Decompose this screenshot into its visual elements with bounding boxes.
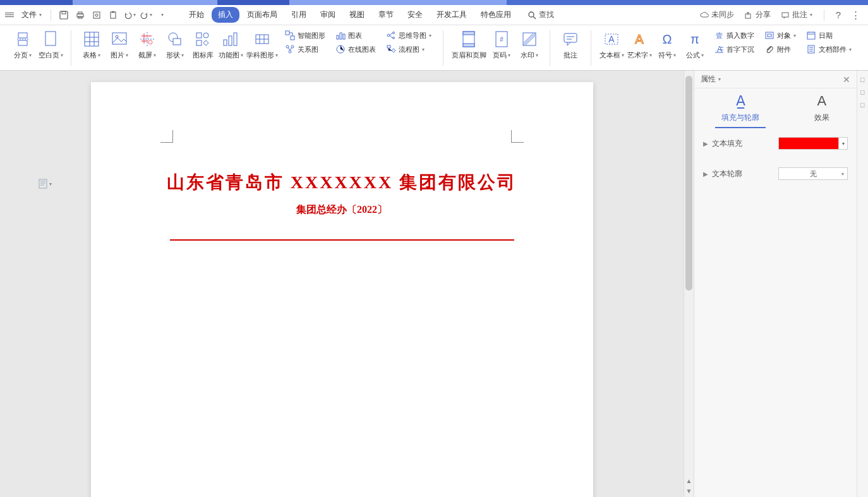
headerfooter-button[interactable]: 页眉和页脚 [450,28,488,63]
panel-tab-effect[interactable]: A 效果 [808,93,836,128]
text-fill-label: 文本填充 [712,138,778,149]
redo-icon[interactable]: ▾ [140,9,152,21]
scroll-up-icon[interactable]: ▲ [684,477,694,484]
comment-icon [562,30,579,48]
table-icon [83,30,100,48]
paragraph-tool-icon[interactable]: ▾ [38,178,52,189]
chart-button[interactable]: 图表 [333,29,378,42]
tab-insert[interactable]: 插入 [212,7,239,23]
svg-rect-40 [291,36,294,40]
text-outline-row[interactable]: ▶ 文本轮廓 无 [703,167,848,180]
menu-icon[interactable] [5,13,14,17]
properties-panel: 属性▾ ✕ A̲ 填充与轮廓 A 效果 ▶ 文本填充 ▾ ▶ 文本轮廓 [694,71,857,497]
svg-point-6 [95,14,98,16]
svg-rect-53 [463,32,474,35]
smartart-button[interactable]: 智能图形 [282,29,328,42]
onlinechart-button[interactable]: 在线图表 [333,43,378,56]
document-area[interactable]: ▾ 山东省青岛市 XXXXXXX 集团有限公司 集团总经办〔2022〕 [0,71,684,497]
scroll-down-icon[interactable]: ▼ [684,488,694,494]
blank-page-button[interactable]: 空白页▾ [37,28,64,63]
print-preview-icon[interactable] [90,9,103,21]
shapes-button[interactable]: 形状▾ [161,28,189,63]
scrollbar-thumb[interactable] [685,76,692,290]
subjectfig-icon [253,30,271,48]
page-break-button[interactable]: 分页▾ [9,28,37,63]
docparts-button[interactable]: 文档部件▾ [804,43,854,56]
functionfig-icon [222,30,239,48]
document-title[interactable]: 山东省青岛市 XXXXXXX 集团有限公司 [135,171,549,195]
flowchart-button[interactable]: 流程图▾ [383,43,434,56]
equation-button[interactable]: π 公式▾ [681,28,709,63]
insertnum-button[interactable]: 壹插入数字 [711,29,757,42]
tab-review[interactable]: 审阅 [314,7,342,23]
svg-text:壹: 壹 [716,32,723,39]
screenshot-button[interactable]: 截屏▾ [133,28,161,63]
textbox-button[interactable]: A 文本框▾ [598,28,625,63]
outline-select[interactable]: 无 [778,167,848,180]
panel-tab-fill[interactable]: A̲ 填充与轮廓 [715,93,766,128]
svg-rect-1 [62,11,66,14]
fill-color-dropdown[interactable]: ▾ [839,137,848,150]
date-button[interactable]: 日期 [804,29,854,42]
functionfig-button[interactable]: 功能图▾ [217,28,244,63]
help-button[interactable]: ? [833,9,843,20]
dropcap-icon: A [714,44,724,54]
tab-special[interactable]: 特色应用 [474,7,517,23]
file-menu[interactable]: 文件▾ [18,9,45,20]
subjectfig-button[interactable]: 学科图形▾ [244,28,280,63]
tab-layout[interactable]: 页面布局 [241,7,284,23]
object-button[interactable]: 对象▾ [762,29,799,42]
paste-icon[interactable] [107,9,119,21]
rail-item[interactable]: ◻ [860,76,866,82]
comment-button[interactable]: 批注 [557,28,584,63]
wordart-button[interactable]: A 艺术字▾ [625,28,653,63]
iconlib-button[interactable]: 图标库 [189,28,217,63]
table-button[interactable]: 表格▾ [78,28,105,63]
docparts-icon [806,44,816,54]
panel-title: 属性▾ [701,74,721,85]
rail-item[interactable]: ◻ [860,88,866,95]
pagenum-button[interactable]: # 页码▾ [488,28,515,63]
save-icon[interactable] [57,9,70,21]
document-subtitle[interactable]: 集团总经办〔2022〕 [135,203,549,217]
dropcap-button[interactable]: A首字下沉 [711,43,757,56]
relation-button[interactable]: 关系图 [282,43,328,56]
print-icon[interactable] [74,9,87,21]
search-button[interactable]: 查找 [527,9,554,20]
vertical-scrollbar[interactable]: ▲ ▼ [684,71,694,497]
expand-icon[interactable]: ▶ [703,171,708,177]
svg-rect-54 [463,44,474,47]
customize-qat-icon[interactable]: ▾ [156,9,169,21]
document-page[interactable]: 山东省青岛市 XXXXXXX 集团有限公司 集团总经办〔2022〕 [91,82,593,497]
more-button[interactable]: ⋮ [848,9,863,21]
share-button[interactable]: 分享 [742,9,773,20]
attachment-button[interactable]: 附件 [762,43,799,56]
svg-point-49 [393,32,395,34]
symbol-button[interactable]: Ω 符号▾ [653,28,681,63]
ribbon-tabs: 开始 插入 页面布局 引用 审阅 视图 章节 安全 开发工具 特色应用 查找 [183,7,554,23]
svg-rect-44 [337,35,339,39]
panel-close-icon[interactable]: ✕ [843,75,850,85]
svg-rect-46 [343,34,345,39]
rail-item[interactable]: ◻ [860,101,866,107]
tab-sections[interactable]: 章节 [372,7,400,23]
fill-color-swatch[interactable] [778,137,839,150]
undo-icon[interactable]: ▾ [123,9,136,21]
picture-button[interactable]: 图片▾ [105,28,133,63]
mindmap-button[interactable]: 思维导图▾ [383,29,434,42]
tab-dev[interactable]: 开发工具 [430,7,473,23]
ribbon: 分页▾ 空白页▾ 表格▾ 图片▾ 截屏▾ 形状▾ 图标库 [0,25,868,71]
watermark-button[interactable]: 水印▾ [515,28,543,63]
text-fill-row[interactable]: ▶ 文本填充 ▾ [703,137,848,150]
expand-icon[interactable]: ▶ [703,140,708,147]
tab-start[interactable]: 开始 [183,7,210,23]
tab-security[interactable]: 安全 [401,7,429,23]
blank-page-icon [42,30,59,48]
annotate-label: 批注 [792,9,807,20]
sync-status[interactable]: 未同步 [697,9,737,20]
mindmap-icon [386,30,396,40]
svg-rect-39 [286,31,289,35]
tab-view[interactable]: 视图 [343,7,371,23]
annotate-button[interactable]: 批注▾ [778,9,815,20]
tab-references[interactable]: 引用 [285,7,313,23]
